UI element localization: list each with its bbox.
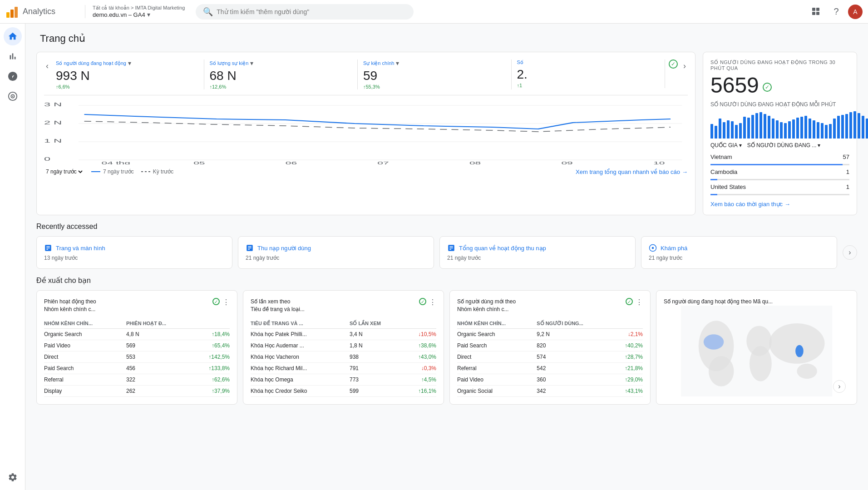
- suggestion-row-value: 360: [537, 374, 613, 385]
- suggestion-menu-button[interactable]: ⋮: [636, 298, 643, 307]
- svg-point-35: [797, 364, 817, 379]
- metric-events[interactable]: Số lượng sự kiện ▾ 68 N ↑12,6%: [204, 59, 358, 89]
- report-icon: [44, 244, 52, 252]
- sidebar-item-explore[interactable]: [4, 67, 22, 85]
- rt-bar-item: [862, 116, 864, 139]
- rt-bar-item: [829, 124, 832, 139]
- svg-text:09: 09: [561, 161, 572, 164]
- realtime-view-link[interactable]: Xem báo cáo thời gian thực →: [710, 201, 849, 208]
- search-bar[interactable]: 🔍: [196, 4, 414, 20]
- legend-label-current: 7 ngày trước: [103, 168, 134, 175]
- rt-bar-item: [809, 119, 811, 139]
- suggestion-menu-button[interactable]: ⋮: [429, 298, 436, 307]
- svg-text:08: 08: [469, 161, 481, 164]
- recent-card-item[interactable]: Tổng quan về hoạt động thu nạp 21 ngày t…: [439, 236, 636, 269]
- grid-icon-button[interactable]: [808, 4, 824, 20]
- period-select[interactable]: 7 ngày trước: [44, 168, 84, 175]
- suggestion-row-label: Paid Video: [457, 374, 537, 385]
- realtime-bars: [710, 111, 849, 139]
- sidebar-item-reports[interactable]: [4, 47, 22, 65]
- sidebar: [0, 24, 25, 490]
- suggestions-row: Phiên hoạt động theoNhóm kênh chính c...…: [36, 290, 857, 405]
- suggestion-table-header: TIÊU ĐỀ TRANG VÀ ... SỐ LẦN XEM: [251, 319, 436, 329]
- svg-point-33: [769, 323, 824, 364]
- rt-bar-item: [858, 113, 860, 139]
- recent-card-title-text: Khám phá: [661, 245, 687, 252]
- suggestion-table-row: Paid Video 569 ↑65,4%: [44, 340, 230, 351]
- metric-key-events[interactable]: Sự kiện chính ▾ 59 ↑55,3%: [358, 59, 512, 89]
- rt-bar-item: [784, 123, 787, 139]
- sidebar-item-home[interactable]: [4, 27, 22, 45]
- metric-active-users-change: ↑6,6%: [56, 84, 198, 89]
- svg-point-34: [795, 345, 804, 357]
- sidebar-item-advertising[interactable]: [4, 87, 22, 105]
- recent-nav-next-button[interactable]: ›: [843, 245, 857, 260]
- suggestion-col2-header: PHIÊN HOẠT Đ...: [126, 319, 194, 329]
- breadcrumb-bottom-link[interactable]: demo.edu.vn – GA4 ▾: [93, 11, 185, 18]
- suggestion-card-header: Số lần xem theoTiêu đề trang và loại... …: [251, 298, 436, 313]
- search-input[interactable]: [217, 8, 406, 15]
- rt-bar-item: [841, 115, 844, 139]
- realtime-card: SỐ NGƯỜI DÙNG ĐANG HOẠT ĐỘNG TRONG 30 PH…: [703, 52, 857, 215]
- suggestion-row-change: ↑65,4%: [194, 340, 230, 351]
- suggestion-row-change: ↑43,0%: [404, 351, 436, 362]
- advertising-icon: [8, 91, 18, 101]
- user-avatar-button[interactable]: A: [848, 5, 863, 19]
- rt-bar-item: [845, 114, 848, 139]
- suggestion-col2-header: SỐ NGƯỜI DÙNG...: [537, 319, 613, 329]
- view-report-link[interactable]: Xem trang tổng quan nhanh về báo cáo →: [576, 168, 688, 175]
- page-title: Trang chủ: [40, 33, 857, 45]
- legend-item-previous: Kỳ trước: [141, 168, 174, 175]
- suggestion-table-row: Referral 542 ↑21,8%: [457, 362, 643, 374]
- svg-rect-6: [816, 12, 819, 15]
- svg-rect-1: [10, 10, 14, 18]
- rt-bar-item: [837, 116, 840, 139]
- rt-bar-item: [751, 115, 754, 139]
- suggestion-table-row: Khóa học Omega 773 ↑4,5%: [251, 374, 436, 385]
- metrics-prev-button[interactable]: ‹: [44, 59, 50, 73]
- map-card: Số người dùng đang hoạt động theo Mã qu.…: [656, 290, 857, 405]
- filter-users-button[interactable]: SỐ NGƯỜI DÙNG ĐANG ... ▾: [747, 142, 821, 148]
- realtime-check-icon: ✓: [763, 83, 772, 92]
- suggestion-table-row: Paid Video 360 ↑29,0%: [457, 374, 643, 385]
- filter-country-button[interactable]: QUỐC GIA ▾: [710, 142, 742, 148]
- realtime-value: 5659: [710, 73, 759, 98]
- metrics-next-button[interactable]: ›: [681, 59, 688, 73]
- top-nav: Analytics Tất cả tài khoản > IMTA Digita…: [0, 0, 868, 24]
- suggestion-row-change: ↓10,5%: [404, 328, 436, 340]
- recent-card-item[interactable]: Thu nạp người dùng 21 ngày trước: [238, 236, 434, 269]
- rt-bar-item: [719, 119, 721, 139]
- recent-card-item[interactable]: Khám phá 21 ngày trước: [641, 236, 837, 269]
- metric-events-change: ↑12,6%: [210, 84, 352, 89]
- help-icon-button[interactable]: ?: [828, 4, 844, 20]
- country-name: Cambodia: [710, 167, 828, 177]
- suggestion-row-label: Referral: [44, 374, 126, 385]
- logo-area: Analytics: [5, 5, 76, 19]
- rt-bar-item: [776, 120, 779, 139]
- reports-icon: [8, 51, 18, 61]
- map-card-title: Số người dùng đang hoạt động theo Mã qu.…: [664, 298, 849, 306]
- realtime-arrow-icon: →: [784, 201, 790, 208]
- suggestion-row-change: ↓2,1%: [613, 328, 643, 340]
- country-bar-fill: [710, 194, 717, 195]
- search-icon: 🔍: [203, 7, 213, 17]
- sidebar-item-settings[interactable]: [4, 468, 22, 486]
- rt-bar-item: [833, 119, 836, 139]
- recent-card-date: 21 ngày trước: [246, 255, 426, 261]
- rt-bar-item: [772, 119, 774, 139]
- rt-bar-item: [821, 123, 824, 139]
- map-nav-button[interactable]: ›: [833, 380, 846, 393]
- recent-card-date: 13 ngày trước: [44, 255, 225, 261]
- metric-key-events-label: Sự kiện chính ▾: [363, 59, 506, 67]
- svg-text:10: 10: [653, 161, 665, 164]
- country-bar-cell: [710, 162, 849, 167]
- metric-extra-label: Số: [517, 59, 660, 65]
- suggestion-card-title: Số lần xem theoTiêu đề trang và loại...: [251, 298, 305, 313]
- suggestion-menu-button[interactable]: ⋮: [222, 298, 230, 307]
- country-table-row: United States 1: [710, 182, 849, 192]
- metric-extra[interactable]: Số 2. ↑1: [512, 59, 666, 88]
- home-icon: [8, 31, 18, 41]
- recent-card-item[interactable]: Trang và màn hình 13 ngày trước: [36, 236, 232, 269]
- metric-active-users[interactable]: Số người dùng đang hoạt động ▾ 993 N ↑6,…: [50, 59, 204, 89]
- suggestion-row-label: Organic Search: [457, 328, 537, 340]
